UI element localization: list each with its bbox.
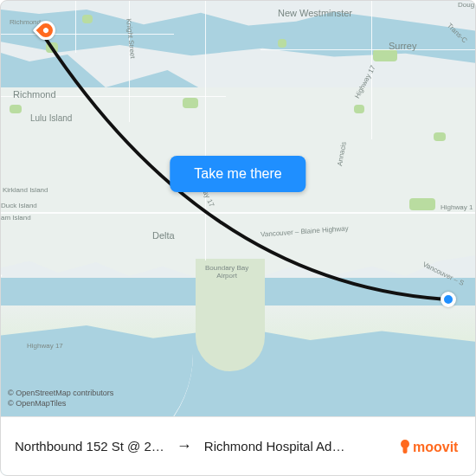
origin-text: Northbound 152 St @ 2… — [15, 439, 164, 453]
svg-rect-1 — [403, 444, 408, 453]
origin-marker[interactable] — [441, 292, 456, 307]
park-patch — [434, 132, 446, 141]
park-patch — [354, 105, 364, 113]
attribution-osm: © OpenStreetMap contributors — [8, 389, 113, 399]
moovit-logo[interactable]: moovit — [399, 434, 461, 459]
route-endpoints: Northbound 152 St @ 2… → Richmond Hospit… — [15, 437, 389, 455]
take-me-there-button[interactable]: Take me there — [170, 156, 306, 192]
road-line — [129, 1, 130, 122]
fraser-river-north — [1, 10, 476, 63]
park-patch — [278, 39, 286, 48]
park-patch — [183, 98, 198, 108]
road-line — [1, 96, 226, 97]
park-patch — [409, 198, 435, 210]
boundary-bay-airport-land — [196, 259, 265, 371]
park-patch — [10, 105, 22, 113]
svg-text:moovit: moovit — [413, 440, 459, 454]
destination-text: Richmond Hospital Ad… — [204, 439, 345, 453]
attribution-openmaptiles: © OpenMapTiles — [8, 399, 113, 409]
arrow-icon: → — [177, 437, 192, 455]
road-line — [1, 212, 476, 214]
map-attribution: © OpenStreetMap contributors © OpenMapTi… — [8, 389, 113, 408]
park-patch — [82, 15, 93, 23]
bottom-bar: Northbound 152 St @ 2… → Richmond Hospit… — [1, 416, 475, 475]
road-line — [371, 1, 372, 139]
road-line — [1, 34, 174, 35]
label-douglas-partial: Doug — [458, 1, 474, 9]
park-patch — [46, 42, 58, 53]
road-line — [75, 1, 76, 53]
map-root: Richmond Richmond Lulu Island Kirkland I… — [0, 0, 476, 476]
park-patch — [373, 49, 397, 61]
road-line — [205, 1, 206, 261]
road-line — [261, 49, 476, 50]
